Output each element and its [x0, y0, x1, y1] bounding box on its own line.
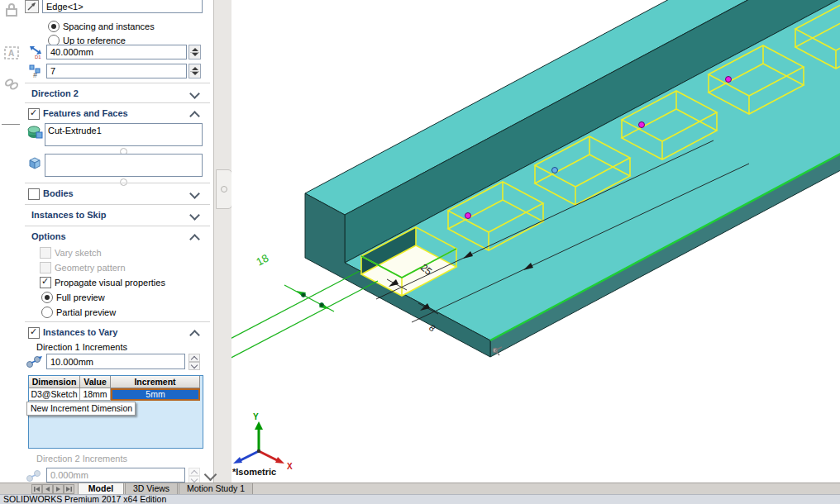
- table-header-row: Dimension Value Increment: [29, 376, 203, 388]
- spacing-instances-radio[interactable]: [48, 21, 60, 32]
- tab-nav-next-button[interactable]: [53, 484, 64, 494]
- tab-nav-last-button[interactable]: [64, 484, 74, 494]
- column-header-value[interactable]: Value: [80, 376, 111, 388]
- propagate-visual-option[interactable]: Propagate visual properties: [23, 276, 213, 289]
- value-cell[interactable]: 18mm: [80, 388, 111, 401]
- increment-down-button[interactable]: [189, 362, 200, 370]
- reverse-direction-button[interactable]: [25, 0, 39, 13]
- column-header-dimension[interactable]: Dimension: [29, 376, 80, 388]
- instances-vary-checkbox[interactable]: [28, 327, 40, 339]
- features-listbox[interactable]: Cut-Extrude1: [45, 123, 203, 146]
- instance-marker-magenta[interactable]: [726, 77, 732, 83]
- section-divider: [25, 204, 210, 205]
- document-tab-bar: Model 3D Views Motion Study 1: [0, 483, 840, 494]
- instances-skip-section-header[interactable]: Instances to Skip: [23, 209, 213, 222]
- panel-gutter: [213, 0, 231, 483]
- graphics-viewport[interactable]: 18 25 8: [231, 0, 840, 483]
- tab-nav-prev-button[interactable]: [42, 484, 53, 494]
- svg-text:A: A: [8, 49, 14, 58]
- partial-preview-option[interactable]: Partial preview: [23, 306, 213, 319]
- panel-splitter-handle[interactable]: [216, 169, 232, 209]
- reference-triad: Y X Z: [231, 412, 293, 471]
- direction1-increments-label: Direction 1 Increments: [36, 342, 127, 352]
- features-faces-section-header[interactable]: Features and Faces: [23, 107, 213, 121]
- spacing-instances-option[interactable]: Spacing and instances: [23, 20, 213, 33]
- direction2-increment-input: [46, 468, 185, 483]
- instances-vary-section-header[interactable]: Instances to Vary: [23, 326, 213, 340]
- instance-marker-magenta[interactable]: [465, 213, 471, 219]
- solidworks-window: A Spacing and instances Up to reference: [0, 0, 840, 504]
- dimension-18-text[interactable]: 18: [254, 252, 270, 269]
- full-preview-option[interactable]: Full preview: [23, 291, 213, 304]
- instance-marker-magenta[interactable]: [639, 122, 645, 128]
- tab-motion-study[interactable]: Motion Study 1: [179, 483, 253, 495]
- bodies-checkbox[interactable]: [28, 188, 40, 200]
- full-preview-radio[interactable]: [41, 292, 53, 303]
- bodies-header-label: Bodies: [43, 188, 74, 198]
- chevron-down-icon[interactable]: [189, 88, 200, 99]
- direction2-header-label: Direction 2: [31, 88, 79, 98]
- propagate-visual-checkbox[interactable]: [40, 277, 51, 288]
- partial-preview-label: Partial preview: [56, 307, 116, 317]
- vary-sketch-checkbox: [40, 247, 51, 259]
- partial-preview-radio[interactable]: [41, 307, 53, 318]
- options-header-label: Options: [31, 231, 66, 241]
- options-section-header[interactable]: Options: [23, 231, 213, 244]
- triad-y-label: Y: [253, 412, 259, 421]
- section-divider: [25, 83, 210, 83]
- table-row[interactable]: D3@Sketch 18mm 5mm: [29, 388, 203, 401]
- direction2-increments-label: Direction 2 Increments: [36, 454, 127, 464]
- chevron-up-icon[interactable]: [189, 330, 200, 340]
- bodies-section-header[interactable]: Bodies: [23, 188, 213, 201]
- section-divider: [25, 102, 210, 103]
- full-preview-label: Full preview: [56, 292, 105, 302]
- geometry-pattern-checkbox: [40, 262, 51, 273]
- property-manager-panel: Spacing and instances Up to reference D1…: [23, 0, 213, 483]
- dimension-cell[interactable]: D3@Sketch: [29, 388, 80, 401]
- view-orientation-label: *Isometric: [232, 467, 276, 477]
- direction2-section-header[interactable]: Direction 2: [23, 88, 213, 101]
- face-icon: [26, 155, 43, 171]
- tab-nav-first-button[interactable]: [31, 484, 42, 494]
- instance-marker-blue[interactable]: [552, 168, 558, 174]
- features-faces-checkbox[interactable]: [28, 108, 40, 120]
- reverse-direction-icon: [26, 1, 38, 12]
- spacing-value-input[interactable]: [46, 45, 187, 59]
- viewport-canvas[interactable]: 18 25 8: [231, 0, 840, 483]
- chevron-up-icon[interactable]: [189, 111, 200, 121]
- section-divider: [25, 321, 210, 322]
- features-faces-header-label: Features and Faces: [43, 108, 128, 118]
- instances-skip-header-label: Instances to Skip: [31, 210, 106, 220]
- chevron-up-icon[interactable]: [189, 234, 200, 245]
- direction1-edge-input[interactable]: [42, 0, 203, 13]
- lock-icon[interactable]: [3, 2, 20, 18]
- instance-count-icon: #: [28, 64, 45, 78]
- chevron-down-icon[interactable]: [189, 188, 200, 199]
- spacing-spinner[interactable]: [189, 45, 201, 59]
- feature-icon: [26, 124, 43, 140]
- section-divider: [25, 226, 210, 226]
- svg-text:D1: D1: [35, 55, 41, 59]
- instance-count-spinner[interactable]: [189, 64, 201, 78]
- annotation-icon[interactable]: A: [3, 45, 20, 61]
- part-body[interactable]: [305, 0, 840, 357]
- chevron-down-icon[interactable]: [189, 210, 200, 221]
- vary-sketch-option: Vary sketch: [23, 246, 213, 259]
- toolbar-divider: [2, 124, 20, 125]
- increment-cell-selected[interactable]: 5mm: [111, 388, 200, 401]
- svg-text:#: #: [33, 71, 37, 78]
- instance-count-input[interactable]: [46, 64, 187, 78]
- feature-item[interactable]: Cut-Extrude1: [45, 124, 202, 136]
- tab-model[interactable]: Model: [78, 483, 124, 495]
- triad-x-label: X: [287, 462, 293, 471]
- increment-spacing-icon: [25, 354, 45, 370]
- direction1-increment-input[interactable]: [46, 354, 185, 369]
- increment-up-button[interactable]: [189, 354, 200, 362]
- faces-listbox[interactable]: [45, 154, 203, 177]
- link-icon[interactable]: [3, 76, 20, 93]
- propagate-visual-label: Propagate visual properties: [55, 278, 165, 288]
- geometry-pattern-option: Geometry pattern: [23, 261, 213, 274]
- section-divider: [25, 183, 210, 183]
- tab-3d-views[interactable]: 3D Views: [125, 483, 178, 495]
- column-header-increment[interactable]: Increment: [111, 376, 200, 388]
